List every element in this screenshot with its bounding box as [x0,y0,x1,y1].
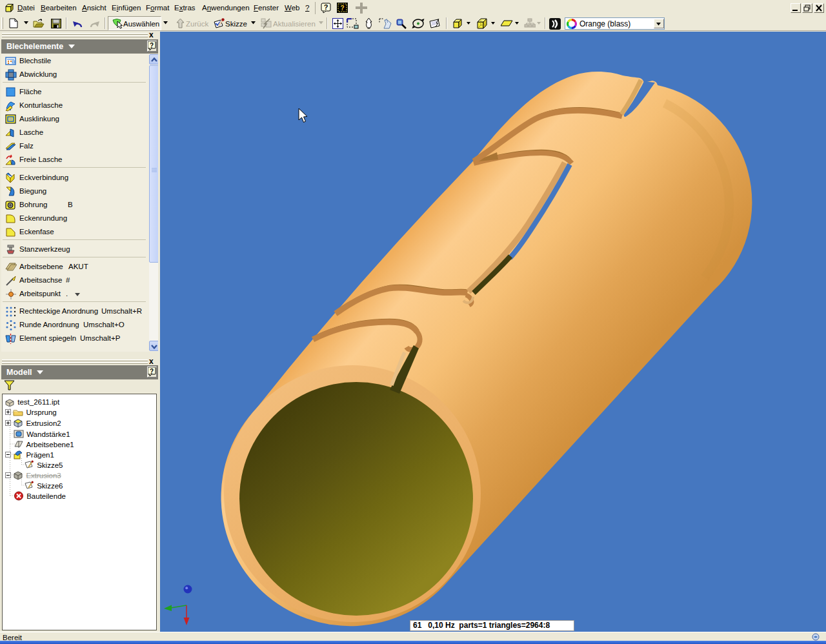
svg-text:?: ? [150,42,154,49]
svg-text:?: ? [340,5,344,12]
svg-text:?: ? [324,3,328,11]
svg-text:?: ? [150,368,154,375]
